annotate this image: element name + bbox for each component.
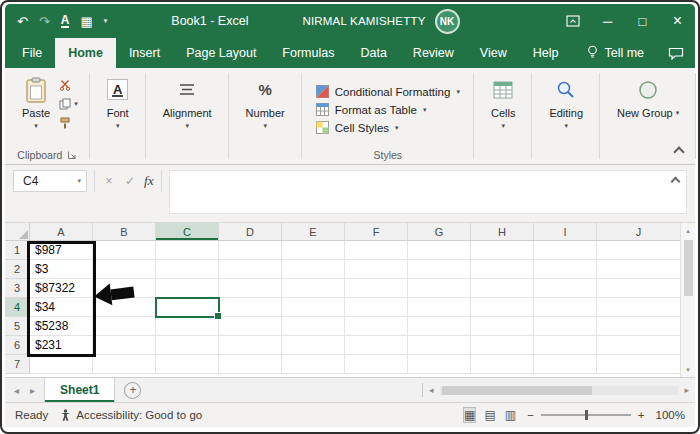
formula-cancel-icon[interactable]: × xyxy=(102,174,116,188)
grid-cell[interactable] xyxy=(93,241,156,260)
column-header-a[interactable]: A xyxy=(30,223,93,240)
grid-cell[interactable] xyxy=(156,260,219,279)
tab-page-layout[interactable]: Page Layout xyxy=(173,38,269,68)
grid-cell[interactable] xyxy=(345,317,408,336)
name-box-dropdown-icon[interactable]: ▾ xyxy=(77,177,81,185)
underline-icon[interactable]: A xyxy=(61,14,70,28)
cells-button[interactable]: Cells ▾ xyxy=(484,74,522,146)
zoom-slider[interactable] xyxy=(541,414,631,416)
grid-cell[interactable] xyxy=(282,336,345,355)
zoom-level[interactable]: 100% xyxy=(656,409,685,421)
grid-cell[interactable] xyxy=(597,279,680,298)
select-all-button[interactable] xyxy=(5,223,30,240)
normal-view-icon[interactable]: ▦ xyxy=(464,408,475,422)
grid-cell[interactable] xyxy=(471,317,534,336)
grid-cell[interactable] xyxy=(345,336,408,355)
grid-cell[interactable] xyxy=(156,317,219,336)
scroll-right-icon[interactable]: ▸ xyxy=(681,385,692,395)
collapse-formula-bar-icon[interactable] xyxy=(671,177,681,187)
cell-styles-button[interactable]: Cell Styles ▾ xyxy=(316,121,399,134)
grid-cell[interactable] xyxy=(219,317,282,336)
font-button[interactable]: A Font ▾ xyxy=(100,74,136,146)
undo-icon[interactable]: ↶ xyxy=(17,14,28,29)
grid-cell[interactable] xyxy=(471,241,534,260)
ribbon-display-options-icon[interactable] xyxy=(555,4,590,38)
copy-button[interactable]: ▾ xyxy=(59,97,78,110)
maximize-icon[interactable]: □ xyxy=(625,4,660,38)
scroll-down-icon[interactable]: ▾ xyxy=(681,362,695,377)
grid-cell[interactable] xyxy=(156,241,219,260)
grid-cell[interactable] xyxy=(471,279,534,298)
grid-cell[interactable] xyxy=(597,336,680,355)
tab-help[interactable]: Help xyxy=(520,38,572,68)
grid-cell[interactable] xyxy=(345,241,408,260)
grid-cell[interactable] xyxy=(219,336,282,355)
grid-cell[interactable] xyxy=(345,355,408,374)
vertical-scrollbar[interactable]: ▴ ▾ xyxy=(680,223,695,377)
column-header-h[interactable]: H xyxy=(471,223,534,240)
tab-insert[interactable]: Insert xyxy=(116,38,173,68)
vertical-scroll-thumb[interactable] xyxy=(684,240,693,296)
borders-grid-icon[interactable]: ▦ xyxy=(80,14,92,29)
grid-cell[interactable] xyxy=(471,355,534,374)
redo-icon[interactable]: ↷ xyxy=(39,14,50,29)
format-painter-button[interactable] xyxy=(59,116,78,129)
grid-cell[interactable] xyxy=(345,298,408,317)
page-break-view-icon[interactable]: ▥ xyxy=(505,408,516,422)
zoom-out-icon[interactable]: − xyxy=(527,409,534,421)
horizontal-scrollbar[interactable]: ◂ ▸ xyxy=(423,378,695,402)
grid-cell[interactable] xyxy=(93,260,156,279)
column-header-c[interactable]: C xyxy=(156,223,219,240)
format-as-table-button[interactable]: Format as Table ▾ xyxy=(316,103,427,116)
column-header-d[interactable]: D xyxy=(219,223,282,240)
grid-cell[interactable] xyxy=(282,241,345,260)
grid-cell[interactable] xyxy=(534,317,597,336)
paste-button[interactable]: Paste ▾ xyxy=(15,74,57,146)
grid-cell[interactable] xyxy=(534,298,597,317)
grid-cell[interactable] xyxy=(597,241,680,260)
name-box[interactable]: C4 ▾ xyxy=(13,170,87,192)
qat-dropdown-icon[interactable]: ▾ xyxy=(104,17,108,25)
zoom-in-icon[interactable]: + xyxy=(638,409,645,421)
grid-cell[interactable] xyxy=(219,298,282,317)
user-name[interactable]: NIRMAL KAMISHETTY xyxy=(302,15,425,27)
tell-me[interactable]: Tell me xyxy=(575,38,656,68)
grid-cell[interactable] xyxy=(534,336,597,355)
new-sheet-button[interactable]: + xyxy=(124,382,141,399)
grid-cell[interactable] xyxy=(219,355,282,374)
grid-cell[interactable] xyxy=(408,241,471,260)
new-group-button[interactable]: New Group ▾ xyxy=(610,74,686,146)
page-layout-view-icon[interactable]: ▤ xyxy=(484,408,495,422)
grid-cell[interactable] xyxy=(471,298,534,317)
grid-cell[interactable] xyxy=(534,260,597,279)
sheet-nav-left-icon[interactable]: ◂ xyxy=(14,385,19,396)
grid-cell[interactable] xyxy=(408,279,471,298)
grid-cell[interactable] xyxy=(219,279,282,298)
grid-cell[interactable] xyxy=(30,355,93,374)
grid-cell[interactable] xyxy=(93,336,156,355)
grid-cell[interactable] xyxy=(471,260,534,279)
grid-cell[interactable] xyxy=(156,355,219,374)
scroll-up-icon[interactable]: ▴ xyxy=(681,223,695,238)
grid-cell[interactable] xyxy=(282,279,345,298)
grid-cell[interactable] xyxy=(534,241,597,260)
tab-data[interactable]: Data xyxy=(347,38,399,68)
grid-cell[interactable] xyxy=(597,298,680,317)
grid-cell[interactable] xyxy=(345,279,408,298)
tab-review[interactable]: Review xyxy=(400,38,467,68)
column-header-g[interactable]: G xyxy=(408,223,471,240)
grid-cell[interactable] xyxy=(345,260,408,279)
comments-icon[interactable] xyxy=(656,38,696,68)
grid-cell[interactable] xyxy=(93,317,156,336)
grid-cell[interactable] xyxy=(597,317,680,336)
column-header-j[interactable]: J xyxy=(597,223,680,240)
grid-cell[interactable] xyxy=(597,260,680,279)
grid-cell[interactable] xyxy=(408,336,471,355)
horizontal-scroll-thumb[interactable] xyxy=(442,386,592,395)
grid-cell[interactable] xyxy=(282,317,345,336)
close-icon[interactable]: × xyxy=(660,4,695,38)
grid-cell[interactable] xyxy=(408,298,471,317)
column-header-f[interactable]: F xyxy=(345,223,408,240)
accessibility-status[interactable]: Accessibility: Good to go xyxy=(60,409,202,421)
tab-home[interactable]: Home xyxy=(55,38,116,68)
